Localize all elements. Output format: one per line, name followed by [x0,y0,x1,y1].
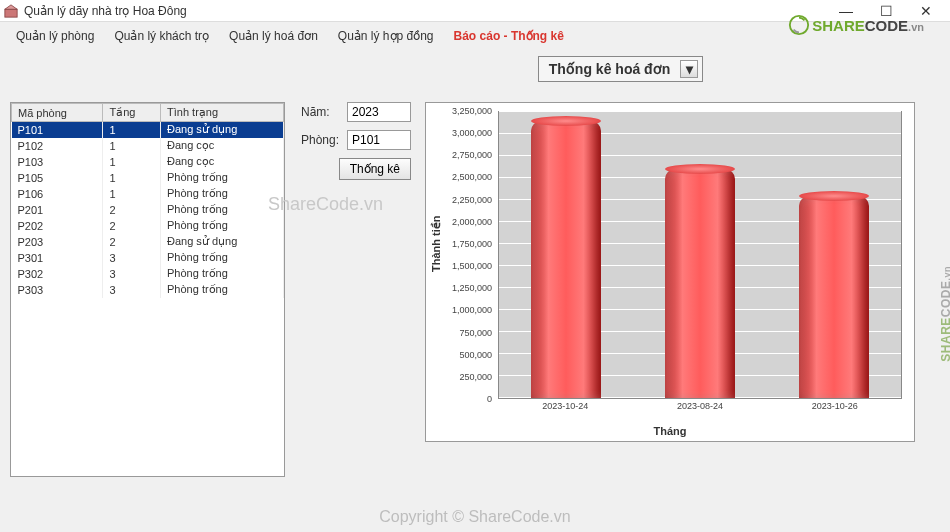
bar-1 [665,169,735,398]
menu-item-1[interactable]: Quản lý khách trọ [104,25,219,47]
y-tick: 250,000 [459,372,492,382]
report-type-select[interactable]: Thống kê hoá đơn ▾ [538,56,703,82]
y-tick: 1,250,000 [452,283,492,293]
room-table[interactable]: Mã phòngTầngTình trạng P1011Đang sử dụng… [10,102,285,477]
y-tick: 750,000 [459,328,492,338]
year-label: Năm: [301,105,339,119]
table-row[interactable]: P3013Phòng trống [12,250,284,266]
x-tick: 2023-08-24 [677,401,723,411]
menu-item-2[interactable]: Quản lý hoá đơn [219,25,328,47]
y-tick: 500,000 [459,350,492,360]
x-tick: 2023-10-26 [812,401,858,411]
y-tick: 3,000,000 [452,128,492,138]
table-row[interactable]: P2032Đang sử dụng [12,234,284,250]
watermark-side: SHARECODE.vn [939,266,950,362]
table-row[interactable]: P3023Phòng trống [12,266,284,282]
y-tick: 2,250,000 [452,195,492,205]
y-tick: 2,750,000 [452,150,492,160]
svg-rect-0 [5,9,17,17]
room-label: Phòng: [301,133,339,147]
window-title: Quản lý dãy nhà trọ Hoa Đông [24,4,826,18]
app-icon [4,4,18,18]
table-row[interactable]: P1061Phòng trống [12,186,284,202]
table-row[interactable]: P3033Phòng trống [12,282,284,298]
col-header-2[interactable]: Tình trạng [161,104,284,122]
table-row[interactable]: P1031Đang cọc [12,154,284,170]
table-row[interactable]: P2022Phòng trống [12,218,284,234]
y-tick: 2,500,000 [452,172,492,182]
y-tick: 2,000,000 [452,217,492,227]
bar-2 [799,196,869,398]
y-tick: 1,500,000 [452,261,492,271]
stats-button[interactable]: Thống kê [339,158,411,180]
menu-item-0[interactable]: Quản lý phòng [6,25,104,47]
y-tick: 0 [487,394,492,404]
col-header-0[interactable]: Mã phòng [12,104,103,122]
watermark-text: ShareCode.vn [268,194,383,215]
table-row[interactable]: P1051Phòng trống [12,170,284,186]
table-row[interactable]: P1011Đang sử dụng [12,122,284,138]
col-header-1[interactable]: Tầng [103,104,161,122]
y-tick: 1,750,000 [452,239,492,249]
menu-item-3[interactable]: Quản lý hợp đồng [328,25,444,47]
y-tick: 3,250,000 [452,106,492,116]
bar-0 [531,121,601,398]
table-row[interactable]: P1021Đang cọc [12,138,284,154]
report-type-label: Thống kê hoá đơn [549,61,670,77]
chart-area: Thành tiền 0250,000500,000750,0001,000,0… [425,102,915,442]
year-input[interactable] [347,102,411,122]
y-tick: 1,000,000 [452,305,492,315]
svg-marker-1 [5,4,17,8]
x-tick: 2023-10-24 [542,401,588,411]
table-row[interactable]: P2012Phòng trống [12,202,284,218]
watermark-copyright: Copyright © ShareCode.vn [0,508,950,526]
menu-item-4[interactable]: Báo cáo - Thống kê [444,25,574,47]
chevron-down-icon: ▾ [680,60,698,78]
brand-logo: SHARECODE.vn [788,14,924,36]
room-input[interactable] [347,130,411,150]
chart-x-label: Tháng [426,425,914,437]
